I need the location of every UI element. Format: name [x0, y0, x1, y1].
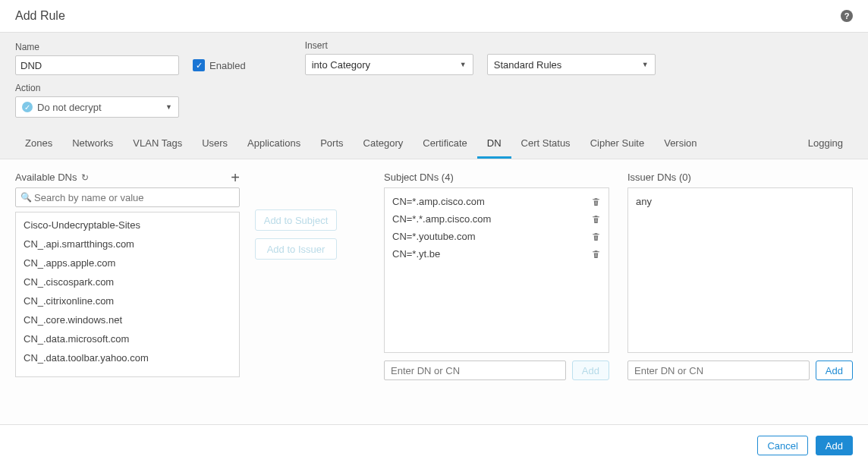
chevron-down-icon: ▼ — [165, 103, 172, 111]
dn-text: CN=*.yt.be — [392, 248, 440, 260]
trash-icon[interactable] — [591, 197, 601, 207]
chevron-down-icon: ▼ — [460, 61, 467, 68]
search-wrap: 🔍 — [15, 187, 240, 207]
dn-text: CN=*.amp.cisco.com — [392, 196, 485, 207]
subject-item: CN=*.yt.be — [386, 245, 607, 263]
subject-dn-input[interactable] — [384, 361, 566, 380]
issuer-add-button[interactable]: Add — [816, 361, 853, 380]
issuer-title: Issuer DNs (0) — [627, 172, 853, 183]
tab-applications[interactable]: Applications — [237, 131, 310, 159]
rules-select[interactable]: Standard Rules ▼ — [487, 54, 656, 75]
tab-cert-status[interactable]: Cert Status — [511, 131, 580, 159]
tab-users[interactable]: Users — [192, 131, 237, 159]
list-item[interactable]: CN_.data.microsoft.com — [16, 329, 239, 348]
help-icon[interactable]: ? — [841, 10, 853, 22]
refresh-icon[interactable]: ↻ — [81, 172, 89, 183]
dn-panels: Subject DNs (4) CN=*.amp.cisco.com CN=*.… — [384, 172, 853, 409]
search-icon: 🔍 — [20, 192, 32, 203]
enabled-checkbox[interactable]: ✓ — [193, 59, 205, 71]
add-to-issuer-button[interactable]: Add to Issuer — [255, 238, 337, 260]
cancel-button[interactable]: Cancel — [757, 436, 807, 455]
enabled-label: Enabled — [209, 60, 246, 71]
rules-select-value: Standard Rules — [494, 59, 562, 71]
tab-category[interactable]: Category — [354, 131, 414, 159]
dialog-title: Add Rule — [15, 9, 65, 23]
trash-icon[interactable] — [591, 249, 601, 260]
tabs: Zones Networks VLAN Tags Users Applicati… — [15, 118, 853, 159]
add-to-subject-button[interactable]: Add to Subject — [255, 209, 337, 231]
name-label: Name — [15, 42, 179, 52]
subject-list: CN=*.amp.cisco.com CN=*.*.amp.cisco.com … — [384, 187, 609, 353]
dn-text: CN=*.youtube.com — [392, 231, 475, 242]
dialog-header: Add Rule ? — [0, 0, 868, 33]
tab-dn[interactable]: DN — [477, 131, 511, 159]
name-input[interactable] — [15, 55, 179, 75]
subject-item: CN=*.amp.cisco.com — [386, 193, 607, 210]
dialog-footer: Cancel Add — [0, 424, 868, 466]
trash-icon[interactable] — [591, 231, 601, 242]
list-item[interactable]: CN_.data.toolbar.yahoo.com — [16, 348, 239, 367]
insert-select[interactable]: into Category ▼ — [305, 54, 473, 75]
action-label: Action — [15, 83, 179, 93]
tab-cipher-suite[interactable]: Cipher Suite — [580, 131, 655, 159]
action-value: Do not decrypt — [37, 102, 102, 113]
list-item[interactable]: CN_.ciscospark.com — [16, 272, 239, 291]
subject-item: CN=*.*.amp.cisco.com — [386, 210, 607, 228]
field-insert: Insert into Category ▼ — [305, 40, 473, 75]
tab-ports[interactable]: Ports — [310, 131, 353, 159]
tab-certificate[interactable]: Certificate — [413, 131, 477, 159]
form-area: Name ✓ Enabled Insert into Category ▼ St… — [0, 33, 868, 159]
available-column: Available DNs ↻ + 🔍 Cisco-Undecryptable-… — [15, 172, 240, 409]
tab-version[interactable]: Version — [654, 131, 706, 159]
chevron-down-icon: ▼ — [642, 61, 649, 68]
insert-select-value: into Category — [312, 59, 370, 71]
subject-title: Subject DNs (4) — [384, 172, 609, 183]
enabled-field: ✓ Enabled — [193, 55, 246, 75]
trash-icon[interactable] — [591, 214, 601, 225]
list-item[interactable]: CN_.core.windows.net — [16, 310, 239, 329]
subject-add-button[interactable]: Add — [572, 361, 609, 380]
search-input[interactable] — [15, 187, 240, 207]
issuer-list: any — [627, 187, 853, 353]
add-icon[interactable]: + — [231, 172, 240, 183]
subject-panel: Subject DNs (4) CN=*.amp.cisco.com CN=*.… — [384, 172, 609, 409]
dn-tab-content: Available DNs ↻ + 🔍 Cisco-Undecryptable-… — [0, 159, 868, 424]
available-list[interactable]: Cisco-Undecryptable-Sites CN_.api.smartt… — [15, 212, 240, 377]
tab-logging[interactable]: Logging — [798, 131, 853, 159]
issuer-panel: Issuer DNs (0) any Add — [627, 172, 853, 409]
list-item[interactable]: CN_.api.smartthings.com — [16, 235, 239, 253]
add-button[interactable]: Add — [816, 436, 853, 455]
list-item[interactable]: CN_.citrixonline.com — [16, 291, 239, 310]
issuer-any-text: any — [630, 193, 851, 210]
transfer-buttons: Add to Subject Add to Issuer — [255, 172, 369, 409]
tab-zones[interactable]: Zones — [15, 131, 62, 159]
dn-text: CN=*.*.amp.cisco.com — [392, 213, 491, 225]
field-action: Action ✓ Do not decrypt ▼ — [15, 83, 179, 118]
issuer-dn-input[interactable] — [627, 361, 810, 380]
tab-networks[interactable]: Networks — [62, 131, 123, 159]
do-not-decrypt-icon: ✓ — [22, 102, 33, 112]
insert-label: Insert — [305, 40, 473, 51]
tab-vlan-tags[interactable]: VLAN Tags — [123, 131, 192, 159]
field-rules: Standard Rules ▼ — [487, 54, 656, 75]
subject-item: CN=*.youtube.com — [386, 228, 607, 245]
form-row-1: Name ✓ Enabled Insert into Category ▼ St… — [15, 40, 853, 75]
add-rule-dialog: Add Rule ? Name ✓ Enabled Insert into Ca… — [0, 0, 868, 466]
available-title: Available DNs — [15, 172, 77, 183]
field-name: Name — [15, 42, 179, 75]
action-select[interactable]: ✓ Do not decrypt ▼ — [15, 96, 179, 118]
list-item[interactable]: CN_.apps.apple.com — [16, 253, 239, 272]
list-item[interactable]: Cisco-Undecryptable-Sites — [16, 216, 239, 235]
